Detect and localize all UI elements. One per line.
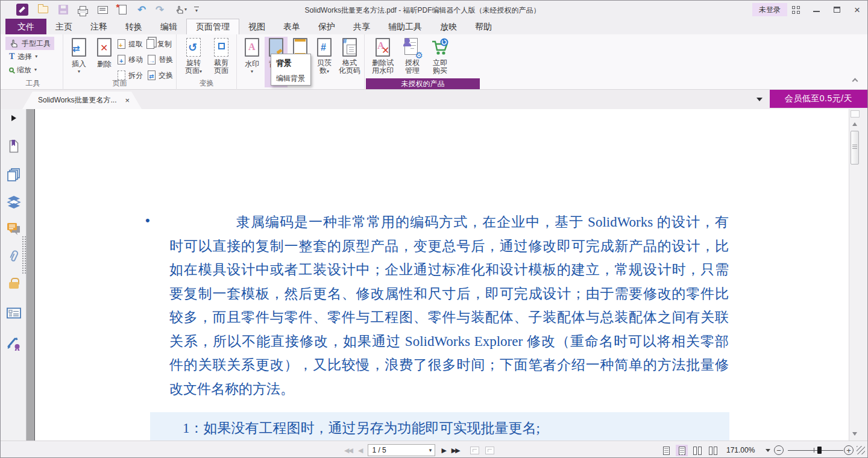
zoom-dropdown-icon[interactable] [766, 449, 770, 452]
document-tab[interactable]: SolidWorks批量更名方... × [22, 92, 142, 109]
layers-panel-button[interactable] [7, 195, 21, 209]
tab-help[interactable]: 帮助 [466, 19, 501, 34]
continuous-facing-view-button[interactable] [707, 445, 719, 456]
scrollbar-thumb[interactable] [851, 131, 859, 165]
undo-icon: ↶ [137, 4, 146, 16]
pdf-page: • 隶属编码是一种非常常用的编码方式，在企业中，基于 SolidWorks 的设… [34, 109, 849, 441]
insert-page-icon: ⇄ [70, 37, 88, 58]
collapse-ribbon-button[interactable] [853, 79, 859, 85]
facing-view-button[interactable] [691, 445, 703, 456]
hand-tool-button[interactable]: 手型工具 [5, 37, 54, 50]
expand-panel-button[interactable] [7, 111, 21, 125]
next-view-button[interactable] [485, 447, 494, 454]
open-file-button[interactable] [36, 3, 50, 16]
tab-page-manage[interactable]: 页面管理 [186, 19, 239, 34]
continuous-view-button[interactable] [676, 445, 688, 456]
tab-comment[interactable]: 注释 [81, 19, 116, 34]
fields-panel-button[interactable] [7, 306, 21, 321]
restore-button[interactable] [829, 3, 844, 16]
zoom-slider-track[interactable] [788, 450, 843, 451]
chevron-up-icon [852, 78, 858, 84]
zoom-in-button[interactable]: + [844, 445, 854, 455]
zoom-level-value[interactable]: 171.00% [726, 446, 755, 454]
document-tab-bar: SolidWorks批量更名方... × 会员低至0.5元/天 [1, 90, 868, 109]
crop-page-button[interactable]: 裁剪页面 [208, 37, 234, 75]
tab-list-dropdown-icon[interactable] [756, 98, 763, 101]
tab-home[interactable]: 主页 [46, 19, 81, 34]
signatures-panel-button[interactable] [7, 336, 21, 351]
previous-page-button[interactable]: ◀ [358, 447, 362, 454]
scroll-up-icon[interactable] [852, 122, 857, 126]
tooltip-title: 背景 [276, 58, 306, 69]
next-page-button[interactable]: ▶ [441, 447, 445, 454]
customize-toolbar-button[interactable]: ▾ [191, 3, 202, 16]
watermark-button[interactable]: A 水印 ▾ [241, 37, 263, 74]
comment-bubble-icon [7, 222, 21, 236]
ribbon-group-page: ⇄ 插入 ▾ ✕ 删除 + 提取 + 移动 拆分 [63, 34, 177, 90]
tab-file[interactable]: 文件 [5, 19, 46, 34]
first-page-button[interactable]: ◀◀ [344, 447, 352, 454]
minimize-button[interactable] [808, 3, 824, 16]
buy-now-button[interactable]: 立即购买 [427, 37, 453, 75]
tab-close-icon[interactable]: × [125, 96, 130, 105]
email-button[interactable] [95, 3, 110, 16]
ribbon: 手型工具 T 选择 ▾ 缩放 ▾ 工具 ⇄ 插入 ▾ [1, 34, 868, 90]
tab-share[interactable]: 共享 [344, 19, 379, 34]
page-number-combobox[interactable]: 1 / 5 ▾ [368, 444, 435, 456]
print-button[interactable] [75, 3, 90, 16]
ui-layout-button[interactable] [788, 3, 804, 16]
redo-icon: ↷ [156, 4, 164, 16]
last-page-button[interactable]: ▶▶ [451, 447, 459, 454]
panel-drag-handle[interactable] [22, 236, 27, 274]
format-page-number-button[interactable]: # 格式化页码 [337, 37, 362, 75]
license-management-button[interactable]: ⚙ 授权管理 [400, 37, 425, 75]
delete-page-button[interactable]: ✕ 删除 [92, 37, 116, 69]
tab-view[interactable]: 视图 [239, 19, 274, 34]
tab-accessibility[interactable]: 辅助工具 [379, 19, 431, 34]
login-status-button[interactable]: 未登录 [752, 3, 787, 16]
replace-page-button[interactable]: → 替换 [148, 53, 173, 66]
remove-trial-watermark-icon: A ✕ [374, 37, 392, 58]
undo-button[interactable]: ↶ [134, 3, 149, 16]
comments-panel-button[interactable] [7, 222, 21, 236]
security-panel-button[interactable] [7, 276, 21, 290]
insert-page-button[interactable]: ⇄ 插入 ▾ [67, 37, 91, 74]
group-label-transform: 变换 [177, 78, 236, 89]
pages-panel-button[interactable] [7, 168, 21, 182]
gear-icon: ⚙ [415, 50, 423, 61]
window-resize-grip[interactable] [857, 446, 865, 454]
bates-number-icon: # [315, 37, 333, 58]
continuous-page-icon [679, 447, 685, 455]
single-page-view-button[interactable] [660, 445, 672, 456]
zoom-out-button[interactable]: − [774, 445, 784, 455]
tab-present[interactable]: 放映 [431, 19, 466, 34]
touch-mode-button[interactable]: ▾ [171, 3, 191, 16]
scroll-down-icon[interactable] [852, 432, 857, 436]
save-button[interactable] [56, 3, 71, 16]
vertical-scrollbar[interactable] [849, 109, 860, 441]
scan-button[interactable]: * [115, 3, 130, 16]
membership-promo-banner[interactable]: 会员低至0.5元/天 [770, 90, 867, 108]
previous-view-button[interactable] [470, 447, 479, 454]
zoom-tool-button[interactable]: 缩放 ▾ [5, 63, 40, 77]
extract-page-button[interactable]: + 提取 [118, 37, 143, 51]
move-page-button[interactable]: + 移动 [118, 53, 143, 66]
rotate-page-button[interactable]: ↺ 旋转页面▾ [180, 37, 207, 75]
main-workspace: • 隶属编码是一种非常常用的编码方式，在企业中，基于 SolidWorks 的设… [1, 109, 868, 441]
zoom-slider-handle[interactable] [817, 447, 822, 454]
bates-number-button[interactable]: # 贝茨数▾ [313, 37, 336, 75]
tab-protect[interactable]: 保护 [309, 19, 344, 34]
close-button[interactable]: × [849, 3, 865, 16]
tab-convert[interactable]: 转换 [116, 19, 151, 34]
remove-trial-watermark-button[interactable]: A ✕ 删除试用水印 [368, 37, 397, 75]
tab-edit[interactable]: 编辑 [151, 19, 186, 34]
status-bar: ◀◀ ◀ 1 / 5 ▾ ▶ ▶▶ 171.00% − + [1, 441, 868, 458]
attachments-panel-button[interactable] [7, 249, 21, 263]
select-tool-button[interactable]: T 选择 ▾ [5, 50, 41, 63]
navigation-sidebar [1, 109, 27, 441]
copy-page-button[interactable]: 复制 [148, 37, 172, 51]
redo-button[interactable]: ↷ [153, 3, 167, 16]
tab-form[interactable]: 表单 [274, 19, 309, 34]
scrollbar-split-box[interactable] [851, 110, 860, 118]
bookmarks-panel-button[interactable] [7, 139, 21, 154]
